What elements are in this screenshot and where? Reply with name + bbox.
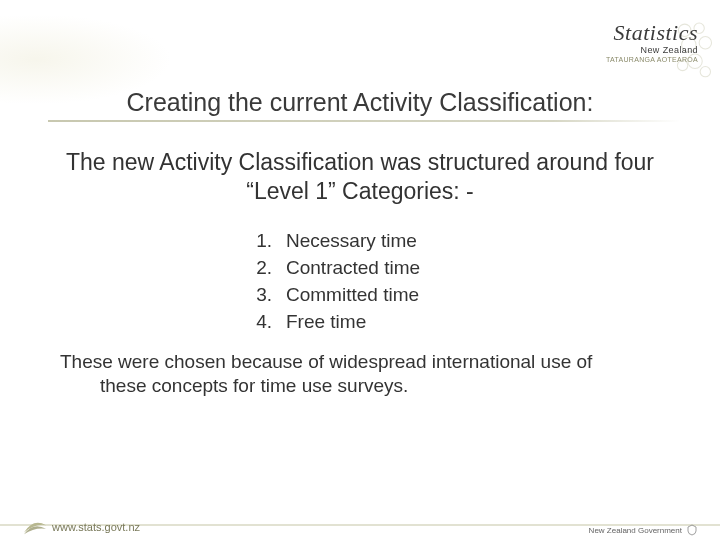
list-number: 4. — [256, 309, 286, 336]
brand-sub: New Zealand — [606, 46, 698, 55]
list-number: 1. — [256, 228, 286, 255]
svg-point-3 — [699, 37, 711, 49]
footer-url: www.stats.govt.nz — [52, 521, 140, 533]
list-text: Committed time — [286, 282, 419, 309]
govt-label: New Zealand Government — [589, 526, 682, 535]
closing-text: These were chosen because of widespread … — [60, 350, 670, 399]
list-text: Necessary time — [286, 228, 417, 255]
slide: Statistics New Zealand TATAURANGA AOTEAR… — [0, 0, 720, 540]
brand-maori: TATAURANGA AOTEAROA — [606, 56, 698, 63]
footer-right: New Zealand Government — [589, 524, 698, 536]
list-text: Contracted time — [286, 255, 420, 282]
svg-point-6 — [700, 67, 710, 77]
swoosh-icon — [24, 519, 46, 535]
intro-text: The new Activity Classification was stru… — [60, 148, 660, 206]
list-item: 2. Contracted time — [256, 255, 420, 282]
closing-line-1: These were chosen because of widespread … — [60, 350, 670, 374]
list-item: 3. Committed time — [256, 282, 420, 309]
list-text: Free time — [286, 309, 366, 336]
brand-name: Statistics — [606, 22, 698, 44]
list-number: 2. — [256, 255, 286, 282]
slide-title: Creating the current Activity Classifica… — [0, 88, 720, 117]
list-item: 4. Free time — [256, 309, 420, 336]
category-list: 1. Necessary time 2. Contracted time 3. … — [256, 228, 420, 336]
list-number: 3. — [256, 282, 286, 309]
list-item: 1. Necessary time — [256, 228, 420, 255]
crest-icon — [686, 524, 698, 536]
footer-left: www.stats.govt.nz — [24, 519, 140, 535]
title-underline — [48, 120, 680, 122]
brand-logo: Statistics New Zealand TATAURANGA AOTEAR… — [606, 22, 698, 63]
closing-line-2: these concepts for time use surveys. — [60, 374, 670, 398]
